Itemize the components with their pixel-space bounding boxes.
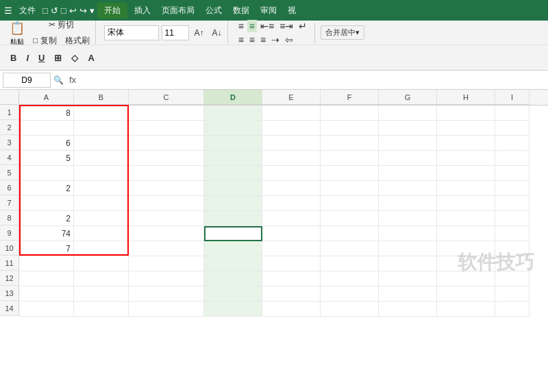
wrap-button[interactable]: ↵ bbox=[297, 20, 309, 32]
cell-H13[interactable] bbox=[437, 286, 495, 302]
cell-F7[interactable] bbox=[321, 196, 379, 211]
menu-layout[interactable]: 页面布局 bbox=[158, 3, 199, 18]
cell-B10[interactable] bbox=[74, 241, 129, 256]
cell-E8[interactable] bbox=[262, 211, 321, 226]
cell-C8[interactable] bbox=[129, 211, 204, 226]
cut-button[interactable]: ✂ 剪切 bbox=[30, 18, 92, 32]
hamburger-icon[interactable]: ☰ bbox=[4, 5, 12, 16]
cell-B8[interactable] bbox=[74, 211, 129, 226]
cell-F11[interactable] bbox=[321, 256, 379, 271]
print-icon[interactable]: □ bbox=[61, 5, 66, 16]
cell-G10[interactable] bbox=[379, 241, 437, 256]
cell-G9[interactable] bbox=[379, 226, 437, 241]
menu-review[interactable]: 审阅 bbox=[256, 3, 281, 18]
fill-button[interactable]: ◇ bbox=[68, 51, 82, 64]
col-header-B[interactable]: B bbox=[74, 90, 129, 105]
cell-A4[interactable]: 5 bbox=[19, 151, 74, 166]
cell-A2[interactable] bbox=[19, 121, 74, 136]
cell-D10[interactable] bbox=[204, 241, 262, 256]
col-header-G[interactable]: G bbox=[379, 90, 437, 105]
cell-D2[interactable] bbox=[204, 121, 262, 136]
cell-G13[interactable] bbox=[379, 286, 437, 302]
cell-D8[interactable] bbox=[204, 211, 262, 226]
cell-C12[interactable] bbox=[129, 271, 204, 286]
cell-D7[interactable] bbox=[204, 196, 262, 211]
cell-F2[interactable] bbox=[321, 121, 379, 136]
col-header-A[interactable]: A bbox=[19, 90, 74, 105]
underline-button[interactable]: U bbox=[35, 51, 48, 64]
cell-G6[interactable] bbox=[379, 181, 437, 196]
zoom-icon[interactable]: 🔍 bbox=[53, 75, 64, 85]
cell-I8[interactable] bbox=[495, 211, 530, 226]
cell-E4[interactable] bbox=[262, 151, 321, 166]
undo2-icon[interactable]: ↺ bbox=[51, 5, 58, 16]
cell-I11[interactable] bbox=[495, 256, 530, 271]
cell-H8[interactable] bbox=[437, 211, 495, 226]
cell-H4[interactable] bbox=[437, 151, 495, 166]
redo-icon[interactable]: ↪ bbox=[79, 5, 87, 16]
row-header-3[interactable]: 3 bbox=[0, 135, 19, 150]
cell-A10[interactable]: 7 bbox=[19, 241, 74, 256]
cell-D14[interactable] bbox=[204, 302, 262, 317]
cell-G12[interactable] bbox=[379, 271, 437, 286]
cell-H10[interactable] bbox=[437, 241, 495, 256]
cell-G3[interactable] bbox=[379, 136, 437, 151]
cell-C10[interactable] bbox=[129, 241, 204, 256]
cell-B9[interactable] bbox=[74, 226, 129, 241]
col-header-I[interactable]: I bbox=[495, 90, 530, 105]
cell-A9[interactable]: 74 bbox=[19, 226, 74, 241]
row-header-5[interactable]: 5 bbox=[0, 165, 19, 180]
cell-B12[interactable] bbox=[74, 271, 129, 286]
cell-B7[interactable] bbox=[74, 196, 129, 211]
row-header-6[interactable]: 6 bbox=[0, 180, 19, 195]
row-header-9[interactable]: 9 bbox=[0, 225, 19, 241]
cell-I12[interactable] bbox=[495, 271, 530, 286]
col-header-D[interactable]: D bbox=[204, 90, 262, 105]
cell-A5[interactable] bbox=[19, 166, 74, 181]
cell-B14[interactable] bbox=[74, 302, 129, 317]
menu-file[interactable]: 文件 bbox=[15, 3, 40, 18]
cell-D5[interactable] bbox=[204, 166, 262, 181]
cell-D3[interactable] bbox=[204, 136, 262, 151]
cell-E13[interactable] bbox=[262, 286, 321, 302]
align-top-center-button[interactable]: ≡ bbox=[247, 20, 257, 32]
cell-G7[interactable] bbox=[379, 196, 437, 211]
cell-B2[interactable] bbox=[74, 121, 129, 136]
col-header-E[interactable]: E bbox=[262, 90, 321, 105]
name-box-input[interactable] bbox=[3, 73, 51, 88]
row-header-2[interactable]: 2 bbox=[0, 120, 19, 135]
cell-D12[interactable] bbox=[204, 271, 262, 286]
cell-B11[interactable] bbox=[74, 256, 129, 271]
align-top-left-button[interactable]: ≡ bbox=[236, 20, 246, 32]
border-button[interactable]: ⊞ bbox=[51, 51, 65, 64]
cell-C5[interactable] bbox=[129, 166, 204, 181]
cell-I7[interactable] bbox=[495, 196, 530, 211]
paste-button[interactable]: 📋 bbox=[7, 19, 27, 37]
cell-H14[interactable] bbox=[437, 302, 495, 317]
col-header-H[interactable]: H bbox=[437, 90, 495, 105]
start-button[interactable]: 开始 bbox=[97, 3, 127, 19]
row-header-7[interactable]: 7 bbox=[0, 195, 19, 210]
cell-C3[interactable] bbox=[129, 136, 204, 151]
cell-H7[interactable] bbox=[437, 196, 495, 211]
cell-A14[interactable] bbox=[19, 302, 74, 317]
cell-C9[interactable] bbox=[129, 226, 204, 241]
cell-I10[interactable] bbox=[495, 241, 530, 256]
cell-A13[interactable] bbox=[19, 286, 74, 302]
cell-A11[interactable] bbox=[19, 256, 74, 271]
cell-C13[interactable] bbox=[129, 286, 204, 302]
row-header-12[interactable]: 12 bbox=[0, 271, 19, 286]
cell-A1[interactable]: 8 bbox=[19, 106, 74, 121]
cell-B4[interactable] bbox=[74, 151, 129, 166]
cell-H12[interactable] bbox=[437, 271, 495, 286]
cell-G2[interactable] bbox=[379, 121, 437, 136]
cell-E14[interactable] bbox=[262, 302, 321, 317]
row-header-4[interactable]: 4 bbox=[0, 150, 19, 165]
cell-E12[interactable] bbox=[262, 271, 321, 286]
cell-H3[interactable] bbox=[437, 136, 495, 151]
align-bottom-right-button[interactable]: ≡ bbox=[258, 34, 268, 46]
cell-F13[interactable] bbox=[321, 286, 379, 302]
cell-A7[interactable] bbox=[19, 196, 74, 211]
cell-G8[interactable] bbox=[379, 211, 437, 226]
cell-A6[interactable]: 2 bbox=[19, 181, 74, 196]
